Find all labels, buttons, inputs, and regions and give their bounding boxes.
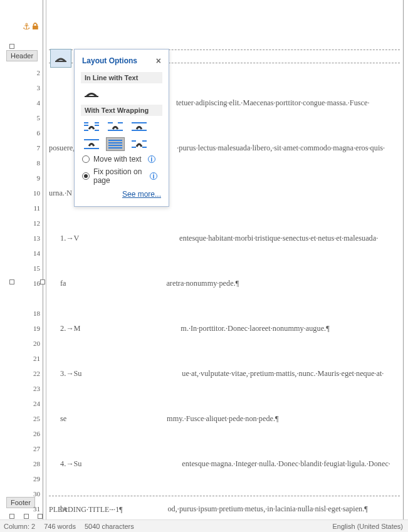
line-number: 26 <box>28 426 40 441</box>
doc-line[interactable]: 2.→M m.·In·porttitor.·Donec·laoreet·nonu… <box>49 321 400 336</box>
line-number: 18 <box>28 306 40 321</box>
object-layout-anchor-button[interactable] <box>50 49 71 68</box>
status-chars[interactable]: 5040 characters <box>85 523 134 530</box>
page-border-left <box>43 0 43 532</box>
wrap-square-icon[interactable] <box>82 120 101 133</box>
line-number: 7 <box>28 140 40 155</box>
line-number: 21 <box>28 351 40 366</box>
line-number: 19 <box>28 321 40 336</box>
pleading-title[interactable]: PLEADING·TITLE·-·1¶ <box>49 505 123 514</box>
line-number-gutter: 2 3 4 5 6 7 8 9 10 11 12 13 14 15 16 18 … <box>28 65 40 532</box>
wrap-topbottom-icon[interactable] <box>82 137 101 151</box>
selection-handle[interactable] <box>24 514 29 519</box>
status-lang[interactable]: English (United States) <box>333 523 404 530</box>
selection-handle[interactable] <box>40 279 45 284</box>
line-number: 8 <box>28 155 40 170</box>
line-number: 2 <box>28 65 40 80</box>
wrap-behind-text-icon[interactable] <box>106 137 125 151</box>
line-number: 10 <box>28 185 40 201</box>
line-number: 4 <box>28 95 40 110</box>
line-number: 29 <box>28 471 40 486</box>
doc-line[interactable]: fa aretra·nonummy·pede.¶ <box>49 276 400 291</box>
move-with-text-radio[interactable]: Move with text i <box>82 155 161 164</box>
radio-icon <box>82 155 90 163</box>
line-number: 9 <box>28 170 40 185</box>
selection-handle[interactable] <box>9 279 14 284</box>
wrap-inline-icon[interactable] <box>82 87 101 101</box>
line-number: 27 <box>28 441 40 456</box>
info-icon[interactable]: i <box>148 155 155 163</box>
fix-position-radio[interactable]: Fix position on page i <box>82 167 161 185</box>
layout-options-title: Layout Options <box>82 56 137 65</box>
doc-line[interactable]: 1.→V entesque·habitant·morbi·tristique·s… <box>49 231 400 246</box>
see-more-link[interactable]: See more... <box>122 190 161 199</box>
layout-options-popout: Layout Options × In Line with Text With … <box>74 49 169 207</box>
line-number <box>28 291 40 306</box>
line-number: 3 <box>28 80 40 95</box>
line-number: 15 <box>28 261 40 276</box>
line-number: 20 <box>28 336 40 351</box>
line-number: 24 <box>28 396 40 411</box>
page-border-right <box>403 0 404 532</box>
radio-label: Fix position on page <box>93 167 144 185</box>
info-icon[interactable]: i <box>150 172 157 180</box>
line-number: 6 <box>28 125 40 140</box>
line-number: 30 <box>28 486 40 501</box>
section-wrap-label: With Text Wrapping <box>81 105 162 116</box>
page-border-left-inner <box>46 0 46 532</box>
status-words[interactable]: 746 words <box>44 523 76 530</box>
selection-handle[interactable] <box>38 514 43 519</box>
wrap-through-icon[interactable] <box>130 120 149 133</box>
line-number: 12 <box>28 216 40 231</box>
selection-handle[interactable] <box>9 44 14 49</box>
line-number: 11 <box>28 201 40 216</box>
line-number: 13 <box>28 231 40 246</box>
doc-line[interactable]: 4.→Su entesque·magna.·Integer·nulla.·Don… <box>49 456 400 471</box>
selection-handle[interactable] <box>9 514 14 519</box>
radio-label: Move with text <box>93 155 142 164</box>
section-inline-label: In Line with Text <box>81 72 162 83</box>
line-number: 16 <box>28 276 40 291</box>
radio-icon <box>82 172 90 180</box>
line-number: 28 <box>28 456 40 471</box>
doc-line[interactable]: 3.→Su ue·at,·vulputate·vitae,·pretium·ma… <box>49 366 400 381</box>
wrap-tight-icon[interactable] <box>106 120 125 133</box>
line-number: 25 <box>28 411 40 426</box>
line-number: 14 <box>28 246 40 261</box>
status-column[interactable]: Column: 2 <box>4 523 35 530</box>
line-number: 23 <box>28 381 40 396</box>
header-badge[interactable]: Header <box>6 50 38 61</box>
wrap-in-front-icon[interactable] <box>130 137 149 151</box>
anchor-lock-icon: ⚓︎🔒︎ <box>23 21 39 31</box>
status-bar: Column: 2 746 words 5040 characters Engl… <box>0 519 408 532</box>
close-icon[interactable]: × <box>156 56 161 66</box>
line-number: 5 <box>28 110 40 125</box>
line-number: 22 <box>28 366 40 381</box>
doc-line[interactable]: se mmy.·Fusce·aliquet·pede·non·pede.¶ <box>49 411 400 426</box>
layout-object-icon <box>54 53 68 64</box>
